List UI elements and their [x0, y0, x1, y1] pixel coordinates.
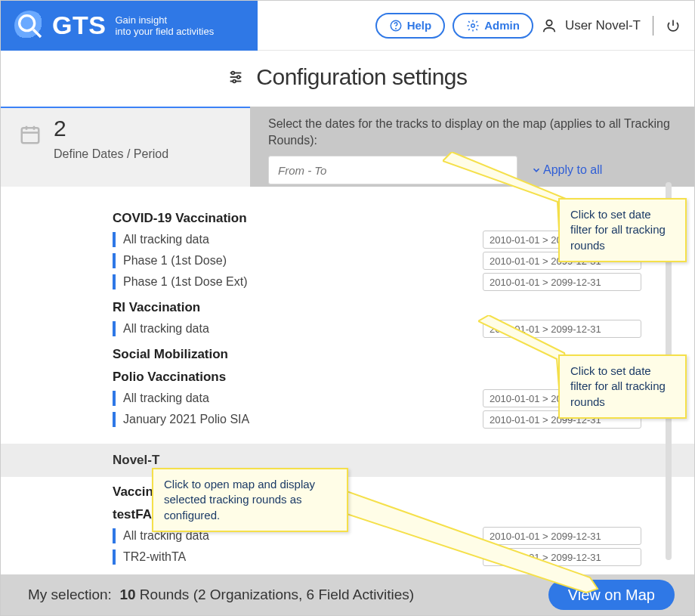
help-label: Help	[407, 19, 432, 32]
step-body: Select the dates for the tracks to displ…	[250, 107, 694, 187]
sliders-icon	[227, 69, 244, 85]
brand-name: GTS	[52, 11, 106, 40]
svg-point-4	[471, 23, 475, 27]
tracking-label: All tracking data	[123, 392, 350, 405]
tracking-label: Phase 1 (1st Dose Ext)	[123, 275, 350, 289]
footer-bar: My selection: 10 Rounds (2 Organizations…	[1, 574, 694, 615]
user-name: User Novel-T	[565, 18, 641, 33]
page-title: Configuration settings	[256, 64, 467, 89]
step-instruction: Select the dates for the tracks to displ…	[268, 116, 676, 148]
accent-bar	[113, 391, 116, 406]
row-date-input[interactable]	[483, 527, 641, 545]
brand-logo-icon	[14, 11, 45, 41]
svg-line-1	[33, 29, 41, 37]
row-date-input[interactable]	[483, 273, 641, 291]
svg-point-0	[20, 15, 35, 30]
step-label: Define Dates / Period	[54, 147, 168, 161]
power-icon[interactable]	[666, 18, 681, 33]
chevron-down-icon	[531, 165, 542, 175]
accent-bar	[113, 549, 116, 565]
brand-block: GTS Gain insight into your field activit…	[1, 1, 258, 51]
step-number: 2	[54, 117, 168, 140]
callout-row-date: Click to set date filter for all trackin…	[558, 354, 687, 419]
brand-tagline: Gain insight into your field activities	[115, 14, 214, 37]
svg-point-11	[233, 80, 236, 83]
accent-bar	[113, 321, 116, 336]
tracking-label: Phase 1 (1st Dose)	[123, 254, 350, 268]
tracking-label: TR2-withTA	[123, 550, 350, 564]
row-date-input[interactable]	[483, 320, 641, 338]
divider	[653, 16, 653, 36]
accent-bar	[113, 412, 116, 427]
callout-apply-all: Click to set date filter for all trackin…	[558, 198, 687, 262]
apply-to-all-label: Apply to all	[543, 163, 602, 177]
svg-rect-12	[22, 128, 39, 143]
accent-bar	[113, 253, 116, 268]
view-on-map-button[interactable]: View on Map	[548, 580, 675, 610]
user-area: User Novel-T	[541, 16, 694, 36]
group-title: RI Vaccination	[113, 300, 641, 315]
row-date-input[interactable]	[483, 548, 641, 566]
tracking-row: Phase 1 (1st Dose Ext)	[113, 271, 641, 293]
admin-label: Admin	[484, 19, 520, 32]
accent-bar	[113, 232, 116, 247]
svg-point-3	[395, 28, 396, 29]
gear-icon	[466, 19, 480, 33]
selection-rest: Rounds (2 Organizations, 6 Field Activit…	[140, 587, 414, 603]
step-tab[interactable]: 2 Define Dates / Period	[1, 107, 250, 187]
step-header: 2 Define Dates / Period Select the dates…	[1, 107, 694, 187]
help-icon	[389, 19, 403, 33]
tracking-label: All tracking data	[123, 233, 350, 246]
callout-view-map: Click to open map and display selected t…	[152, 468, 348, 532]
tracking-row: TR2-withTA	[113, 546, 641, 568]
svg-point-10	[237, 76, 240, 79]
tracking-label: January 2021 Polio SIA	[123, 413, 350, 426]
help-button[interactable]: Help	[375, 13, 446, 39]
tracking-row: All tracking data	[113, 318, 641, 339]
apply-to-all-link[interactable]: Apply to all	[531, 163, 602, 177]
date-range-input[interactable]	[268, 156, 517, 184]
top-bar: GTS Gain insight into your field activit…	[1, 1, 694, 51]
calendar-icon	[19, 123, 42, 149]
tracking-label: All tracking data	[123, 322, 350, 336]
admin-button[interactable]: Admin	[453, 13, 533, 39]
svg-point-5	[546, 20, 551, 25]
user-icon	[541, 17, 558, 34]
page-title-row: Configuration settings	[1, 51, 694, 107]
svg-point-9	[232, 72, 235, 75]
selection-count: 10	[119, 587, 135, 603]
selection-prefix: My selection:	[28, 587, 112, 603]
accent-bar	[113, 528, 116, 543]
accent-bar	[113, 274, 116, 289]
